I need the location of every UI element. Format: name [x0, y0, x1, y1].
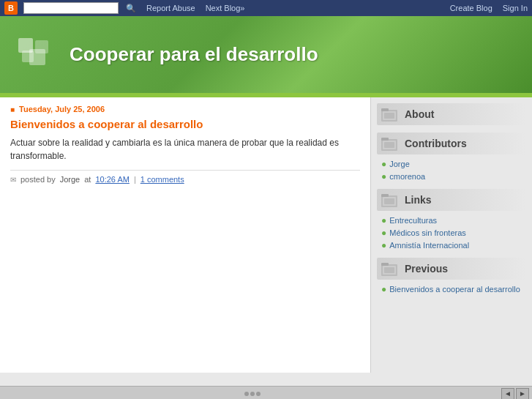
- bullet-icon: ●: [381, 159, 386, 169]
- sidebar-header-contributors: Contributors: [377, 133, 526, 154]
- separator: |: [134, 175, 136, 184]
- contributor-link-cmorenoa[interactable]: cmorenoa: [389, 172, 425, 181]
- contributor-item-jorge: ● Jorge: [381, 159, 522, 169]
- entreculturas-link[interactable]: Entreculturas: [389, 216, 437, 225]
- bullet-icon: ●: [381, 215, 386, 225]
- blog-header: Cooperar para el desarrollo: [0, 16, 532, 93]
- svg-rect-3: [35, 40, 48, 53]
- bottom-center: [244, 392, 261, 396]
- next-blog-link[interactable]: Next Blog»: [206, 4, 245, 12]
- blog-wrapper: Cooperar para el desarrollo ■ Tuesday, J…: [0, 16, 532, 386]
- post-time-link[interactable]: 10:26 AM: [95, 175, 129, 184]
- previous-bienvenidos-link[interactable]: Bienvenidos a cooperar al desarrollo: [389, 285, 520, 294]
- sidebar-header-links: Links: [377, 189, 526, 211]
- sidebar-section-contributors: Contributors ● Jorge ● cmorenoa: [371, 133, 532, 182]
- bullet-icon: ●: [381, 228, 386, 238]
- link-item-amnistia: ● Amnistía Internacional: [381, 240, 522, 250]
- bullet-icon: ●: [381, 171, 386, 182]
- about-folder-icon: [381, 106, 399, 122]
- sidebar-section-links: Links ● Entreculturas ● Médicos sin fron…: [371, 189, 532, 250]
- posted-by-label: posted by: [20, 175, 56, 184]
- svg-rect-7: [384, 113, 394, 119]
- blog-title: Cooperar para el desarrollo: [70, 43, 318, 66]
- post-author-link[interactable]: Jorge: [60, 175, 80, 184]
- svg-rect-5: [381, 108, 389, 111]
- external-links-list: ● Entreculturas ● Médicos sin fronteras …: [377, 215, 526, 250]
- svg-rect-9: [381, 138, 389, 141]
- links-section-title: Links: [405, 194, 432, 206]
- link-item-medicos: ● Médicos sin fronteras: [381, 228, 522, 238]
- post-date-line: ■ Tuesday, July 25, 2006: [10, 105, 360, 113]
- amnistia-link[interactable]: Amnistía Internacional: [389, 241, 469, 250]
- svg-rect-19: [384, 267, 394, 273]
- scroll-arrows: ◄ ►: [501, 388, 529, 400]
- sidebar-header-about: About: [377, 103, 526, 125]
- previous-links-list: ● Bienvenidos a cooperar al desarrollo: [377, 284, 526, 294]
- link-item-entreculturas: ● Entreculturas: [381, 215, 522, 225]
- svg-rect-13: [381, 194, 389, 197]
- svg-rect-11: [384, 142, 394, 148]
- blogger-toolbar: B 🔍 Report Abuse Next Blog» Create Blog …: [0, 0, 532, 16]
- previous-folder-icon: [381, 261, 399, 277]
- sidebar-section-about: About: [371, 103, 532, 125]
- contributors-section-title: Contributors: [405, 138, 467, 149]
- contributor-link-jorge[interactable]: Jorge: [389, 160, 410, 168]
- svg-rect-17: [381, 263, 389, 266]
- at-label: at: [84, 175, 91, 184]
- sidebar-header-previous: Previous: [377, 258, 526, 280]
- medicos-link[interactable]: Médicos sin fronteras: [389, 228, 466, 237]
- search-button[interactable]: 🔍: [124, 4, 138, 13]
- dot-3: [256, 392, 261, 396]
- main-content-area: ■ Tuesday, July 25, 2006 Bienvenidos a c…: [0, 97, 532, 373]
- post-footer-icon: ✉: [10, 176, 16, 184]
- contributor-item-cmorenoa: ● cmorenoa: [381, 171, 522, 182]
- svg-rect-2: [22, 51, 34, 62]
- previous-section-title: Previous: [405, 263, 448, 275]
- dot-2: [250, 392, 255, 396]
- blogger-right-nav: Create Blog Sign In: [450, 4, 528, 12]
- blogger-logo: B: [4, 1, 18, 15]
- bottom-bar: ◄ ►: [0, 386, 532, 399]
- post-title[interactable]: Bienvenidos a cooperar al desarrollo: [10, 118, 360, 130]
- post-footer: ✉ posted by Jorge at 10:26 AM | 1 commen…: [10, 170, 360, 184]
- contributors-links: ● Jorge ● cmorenoa: [377, 159, 526, 182]
- dot-1: [244, 392, 249, 396]
- blog-logo-icon: [15, 34, 55, 75]
- scroll-right-button[interactable]: ►: [516, 388, 529, 400]
- search-input[interactable]: [23, 2, 119, 14]
- post-body: Actuar sobre la realidad y cambiarla es …: [10, 136, 360, 163]
- sign-in-link[interactable]: Sign In: [503, 4, 528, 12]
- contributors-folder-icon: [381, 135, 399, 152]
- post-date: Tuesday, July 25, 2006: [19, 105, 105, 113]
- links-folder-icon: [381, 192, 399, 208]
- bullet-icon: ●: [381, 284, 386, 294]
- create-blog-link[interactable]: Create Blog: [450, 4, 492, 12]
- previous-item-bienvenidos: ● Bienvenidos a cooperar al desarrollo: [381, 284, 522, 294]
- report-abuse-link[interactable]: Report Abuse: [146, 4, 195, 12]
- about-section-title: About: [405, 108, 434, 120]
- bullet-icon: ●: [381, 240, 386, 250]
- right-sidebar: About Contributors ● Jo: [371, 97, 532, 373]
- scroll-left-button[interactable]: ◄: [501, 388, 514, 400]
- svg-rect-15: [384, 198, 394, 204]
- post-comments-link[interactable]: 1 comments: [141, 175, 184, 184]
- main-column: ■ Tuesday, July 25, 2006 Bienvenidos a c…: [0, 97, 371, 373]
- date-icon: ■: [10, 105, 15, 113]
- blogger-nav: Report Abuse Next Blog»: [146, 4, 444, 12]
- sidebar-section-previous: Previous ● Bienvenidos a cooperar al des…: [371, 258, 532, 294]
